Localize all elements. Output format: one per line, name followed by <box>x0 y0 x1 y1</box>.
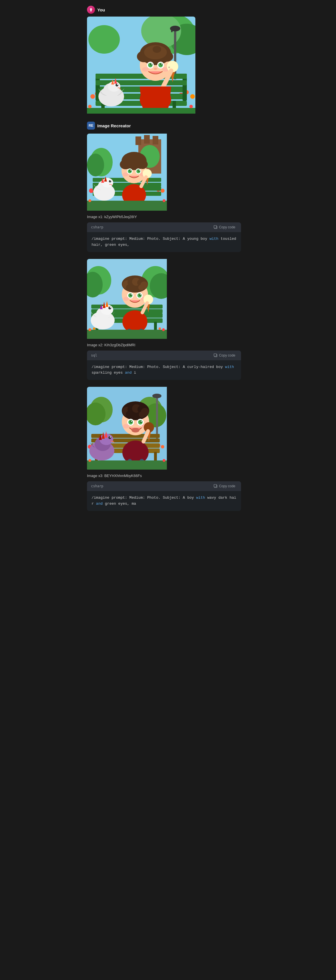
response-block-3: Image x3: BEYHXhhmMbyK66Fs csharp Copy c… <box>87 386 249 517</box>
svg-point-182 <box>139 411 145 418</box>
svg-point-44 <box>161 64 162 65</box>
user-image-container <box>87 17 195 115</box>
svg-point-115 <box>108 307 111 309</box>
svg-point-199 <box>163 459 165 462</box>
svg-point-189 <box>131 421 132 422</box>
svg-point-25 <box>108 81 120 92</box>
code-block-3: csharp Copy code /imagine prompt: Medium… <box>87 481 241 511</box>
code-with-2: with <box>225 365 234 369</box>
svg-point-27 <box>117 84 118 85</box>
svg-point-26 <box>116 84 118 86</box>
svg-point-159 <box>161 445 164 449</box>
svg-point-98 <box>163 199 165 202</box>
svg-point-43 <box>151 64 152 65</box>
copy-label-1: Copy code <box>219 225 235 229</box>
svg-point-145 <box>93 328 95 330</box>
svg-rect-142 <box>87 330 167 339</box>
code-content-1: /imagine prompt: Medium: Photo. Subject:… <box>87 232 241 252</box>
code-text-prefix-1: /imagine prompt: Medium: Photo. Subject:… <box>92 237 209 241</box>
assistant-header: RE Image Recreator <box>87 122 249 130</box>
svg-point-169 <box>108 436 111 439</box>
code-lang-1: csharp <box>91 225 103 229</box>
svg-point-135 <box>131 294 132 295</box>
svg-rect-148 <box>214 354 217 356</box>
copy-button-3[interactable]: Copy code <box>212 484 237 489</box>
svg-point-137 <box>123 297 129 301</box>
image-x2-container <box>87 259 195 340</box>
svg-point-144 <box>162 328 165 331</box>
svg-point-136 <box>140 294 141 295</box>
response-block-1: Image x1: kZyyWIPb5Jeq28IY csharp Copy c… <box>87 132 249 258</box>
svg-point-128 <box>138 285 144 290</box>
code-with-3: with <box>196 496 205 500</box>
code-block-1: csharp Copy code /imagine prompt: Medium… <box>87 223 241 252</box>
code-with-1: with <box>209 237 218 241</box>
copy-label-2: Copy code <box>219 353 235 357</box>
code-header-2: sql Copy code <box>87 350 241 360</box>
image-x1-label: Image x1: kZyyWIPb5Jeq28IY <box>87 215 249 219</box>
svg-point-82 <box>138 160 148 169</box>
svg-point-45 <box>142 67 149 72</box>
svg-point-81 <box>120 159 131 169</box>
svg-rect-58 <box>135 137 141 145</box>
svg-point-50 <box>168 67 170 68</box>
svg-point-198 <box>89 459 91 462</box>
svg-rect-201 <box>214 484 217 487</box>
svg-point-89 <box>130 170 131 171</box>
svg-point-90 <box>139 170 140 171</box>
user-header: You <box>87 6 249 14</box>
assistant-name: Image Recreator <box>97 123 131 128</box>
svg-point-190 <box>141 421 142 422</box>
svg-point-116 <box>110 307 111 308</box>
svg-point-91 <box>123 172 128 177</box>
image-x2 <box>87 259 167 339</box>
user-avatar <box>87 6 95 14</box>
copy-button-2[interactable]: Copy code <box>212 353 237 358</box>
svg-point-36 <box>152 46 161 53</box>
svg-rect-59 <box>144 135 150 143</box>
svg-rect-60 <box>152 136 158 145</box>
svg-rect-197 <box>87 460 167 469</box>
code-lang-3: csharp <box>91 484 103 488</box>
image-x1-container <box>87 134 195 212</box>
code-lang-2: sql <box>91 353 97 357</box>
svg-point-97 <box>89 199 91 202</box>
code-and-3: and <box>96 501 103 506</box>
user-message-block: You <box>87 6 249 115</box>
image-x1 <box>87 134 167 211</box>
assistant-message-block: RE Image Recreator <box>87 122 249 517</box>
user-name: You <box>97 8 105 12</box>
svg-point-55 <box>189 105 193 108</box>
svg-point-181 <box>126 411 133 418</box>
svg-point-47 <box>154 68 157 70</box>
image-x3-label: Image x3: BEYHXhhmMbyK66Fs <box>87 474 249 478</box>
code-header-3: csharp Copy code <box>87 481 241 491</box>
svg-point-191 <box>132 428 139 433</box>
image-x3-container <box>87 387 195 471</box>
code-text-suffix-3: green eyes, ma <box>103 501 136 506</box>
svg-point-127 <box>126 284 132 291</box>
code-header-1: csharp Copy code <box>87 223 241 232</box>
svg-point-5 <box>90 94 95 99</box>
assistant-avatar: RE <box>87 122 95 130</box>
code-content-2: /imagine prompt: Medium: Photo. Subject:… <box>87 360 241 380</box>
copy-button-1[interactable]: Copy code <box>212 225 237 230</box>
svg-rect-96 <box>87 201 167 211</box>
svg-point-146 <box>158 328 161 330</box>
svg-rect-100 <box>214 226 217 228</box>
code-block-2: sql Copy code /imagine prompt: Medium: P… <box>87 350 241 380</box>
svg-point-4 <box>89 25 120 54</box>
code-text-prefix-2: /imagine prompt: Medium: Photo. Subject:… <box>92 365 225 369</box>
svg-point-143 <box>89 328 91 331</box>
svg-point-62 <box>87 154 104 177</box>
svg-rect-53 <box>87 108 195 114</box>
svg-point-155 <box>152 394 162 398</box>
user-uploaded-image <box>87 17 195 114</box>
image-x2-label: Image x2: KIh3zgDbZlpdlMRl <box>87 343 249 347</box>
svg-point-76 <box>110 180 111 181</box>
svg-point-67 <box>160 189 165 192</box>
code-and-2: and <box>125 371 132 375</box>
assistant-avatar-text: RE <box>89 124 94 127</box>
svg-rect-13 <box>171 27 173 32</box>
code-content-3: /imagine prompt: Medium: Photo. Subject:… <box>87 491 241 511</box>
